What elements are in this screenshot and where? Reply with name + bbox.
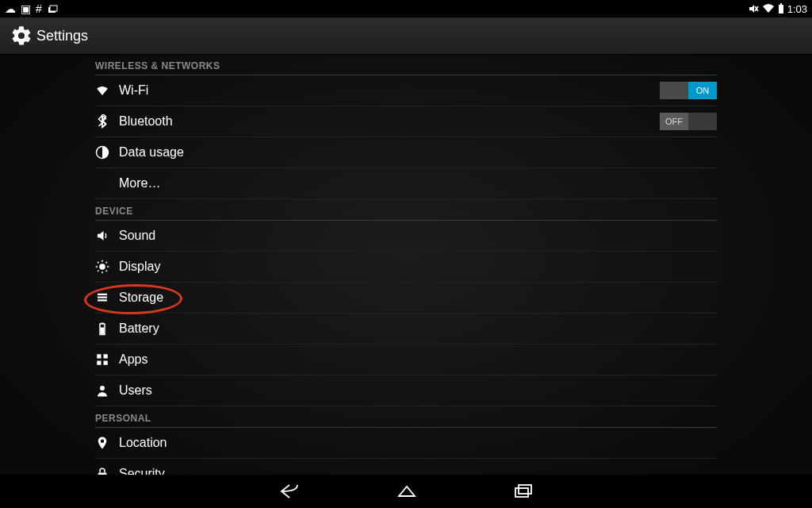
settings-item-data-usage[interactable]: Data usage (95, 137, 717, 168)
settings-item-label: Users (119, 383, 717, 398)
page-title: Settings (36, 28, 88, 44)
status-bar: ☁ ▣ # 1:03 (0, 0, 812, 17)
navigation-bar (0, 475, 812, 508)
download-icon: ▣ (21, 3, 31, 14)
settings-item-label: Display (119, 260, 717, 274)
svg-line-12 (98, 262, 99, 264)
svg-rect-29 (519, 485, 531, 494)
settings-list[interactable]: WIRELESS & NETWORKSWi-FiONBluetoothOFFDa… (0, 54, 812, 475)
location-icon (95, 436, 119, 450)
settings-item-label: Storage (119, 291, 717, 305)
settings-gear-icon (6, 25, 36, 47)
svg-line-14 (98, 271, 99, 272)
clock: 1:03 (787, 3, 807, 15)
svg-rect-28 (515, 488, 528, 497)
cloud-icon: ☁ (5, 3, 16, 14)
section-header: WIRELESS & NETWORKS (95, 54, 717, 75)
svg-point-26 (100, 386, 105, 391)
settings-item-battery[interactable]: Battery (95, 314, 717, 344)
status-right: 1:03 (748, 3, 807, 15)
settings-item-label: Security (119, 467, 717, 475)
svg-rect-22 (97, 354, 101, 358)
settings-item-storage[interactable]: Storage (95, 283, 717, 314)
title-bar: Settings (0, 17, 812, 55)
battery-icon (95, 321, 119, 336)
bluetooth-icon (95, 114, 119, 129)
settings-item-label: Bluetooth (119, 114, 660, 129)
apps-icon (95, 352, 119, 367)
security-icon (95, 467, 119, 475)
toggle-half: OFF (660, 113, 688, 130)
settings-item-label: Sound (119, 229, 717, 243)
wi-fi-toggle[interactable]: ON (660, 82, 717, 99)
battery-status-icon (778, 3, 784, 14)
settings-item-label: Wi-Fi (119, 83, 660, 98)
wifi-status-icon (762, 3, 775, 14)
data-icon (95, 145, 119, 160)
users-icon (95, 383, 119, 398)
settings-item-security[interactable]: Security (95, 459, 717, 475)
toggle-half: ON (688, 82, 717, 99)
toggle-half (660, 82, 688, 99)
settings-item-label: Battery (119, 321, 717, 336)
section-header: DEVICE (95, 199, 717, 221)
svg-rect-18 (98, 299, 107, 301)
svg-rect-20 (102, 323, 104, 325)
mute-icon (748, 3, 759, 14)
bluetooth-toggle[interactable]: OFF (660, 113, 717, 130)
svg-rect-23 (104, 354, 108, 358)
storage-icon (95, 291, 119, 305)
svg-rect-5 (780, 3, 782, 5)
sound-icon (95, 229, 119, 243)
svg-rect-4 (779, 5, 783, 13)
settings-item-label: Data usage (119, 145, 717, 160)
recents-button[interactable] (513, 483, 534, 499)
section-header: PERSONAL (95, 406, 717, 428)
home-button[interactable] (396, 483, 418, 499)
svg-rect-16 (98, 294, 107, 295)
settings-item-more[interactable]: More… (95, 168, 717, 199)
settings-item-label: Location (119, 436, 717, 450)
settings-item-users[interactable]: Users (95, 375, 717, 406)
back-button[interactable] (278, 483, 301, 499)
hash-icon: # (36, 3, 42, 14)
svg-line-13 (106, 271, 108, 272)
settings-item-apps[interactable]: Apps (95, 344, 717, 375)
settings-item-sound[interactable]: Sound (95, 221, 717, 252)
svg-rect-25 (104, 361, 108, 365)
display-icon (95, 260, 119, 274)
svg-rect-17 (98, 297, 107, 298)
settings-item-display[interactable]: Display (95, 252, 717, 283)
settings-item-bluetooth[interactable]: BluetoothOFF (95, 106, 717, 137)
settings-item-label: More… (119, 176, 717, 190)
svg-line-15 (106, 262, 108, 264)
status-left: ☁ ▣ # (5, 3, 58, 14)
toggle-half (688, 113, 717, 130)
stack-icon (47, 3, 58, 14)
settings-item-wi-fi[interactable]: Wi-FiON (95, 75, 717, 106)
svg-rect-21 (101, 328, 105, 334)
svg-point-7 (99, 264, 105, 270)
wifi-icon (95, 83, 119, 98)
svg-rect-1 (50, 6, 57, 11)
settings-item-label: Apps (119, 352, 717, 367)
settings-item-location[interactable]: Location (95, 428, 717, 459)
svg-rect-24 (97, 361, 101, 365)
